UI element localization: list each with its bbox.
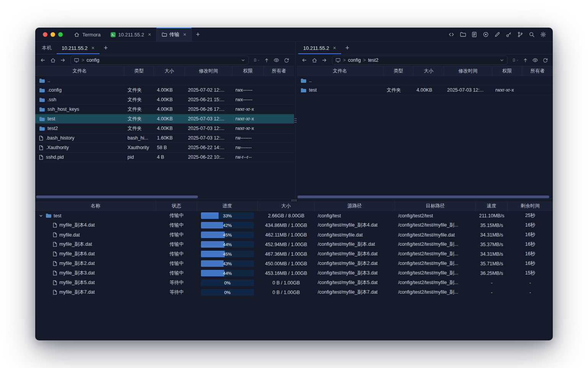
- transfer-row[interactable]: myfile_副本6.dat 传输中 45% 467.36MB / 1.00GB…: [35, 249, 553, 259]
- column-header-perm[interactable]: 权限: [492, 66, 522, 76]
- transfer-row[interactable]: test 传输中 33% 2.66GB / 8.00GB /config/tes…: [35, 211, 553, 220]
- forward-icon[interactable]: [320, 56, 329, 64]
- settings-icon[interactable]: [540, 31, 547, 38]
- tab-local[interactable]: 本机: [37, 42, 57, 54]
- transfer-row[interactable]: myfile_副本5.dat 等待中 0% 0 B / 1.00GB /conf…: [35, 278, 553, 288]
- breadcrumb-segment[interactable]: config: [87, 58, 99, 63]
- close-icon[interactable]: ×: [333, 45, 336, 51]
- column-header-size[interactable]: 大小: [413, 66, 444, 76]
- tab-termora-home[interactable]: Termora: [69, 28, 106, 41]
- column-header-size[interactable]: 大小: [154, 66, 185, 76]
- transfer-splitter[interactable]: [35, 199, 553, 201]
- source-path: /config/test/myfile_副本2.dat: [315, 260, 395, 267]
- column-header-mtime[interactable]: 修改时间: [185, 66, 232, 76]
- back-icon[interactable]: [300, 56, 309, 64]
- chevron-down-icon[interactable]: [38, 214, 43, 218]
- breadcrumb-segment[interactable]: config: [348, 58, 361, 63]
- file-row[interactable]: ssh_host_keys 文件夹 4.00KB 2025-06-26 17:.…: [35, 105, 294, 114]
- path-input[interactable]: > config > test2: [332, 56, 508, 65]
- new-file-tab-button[interactable]: +: [100, 42, 112, 54]
- column-header-owner[interactable]: 所有者: [264, 66, 294, 76]
- toolbar-icons: [448, 28, 553, 41]
- column-header-perm[interactable]: 权限: [232, 66, 264, 76]
- column-header-speed[interactable]: 速度: [476, 201, 508, 210]
- fullscreen-window-button[interactable]: [58, 32, 63, 37]
- scrollbar-thumb[interactable]: [36, 196, 198, 198]
- horizontal-scrollbar[interactable]: [297, 196, 552, 198]
- home-icon[interactable]: [310, 56, 319, 64]
- code-icon[interactable]: [448, 31, 455, 38]
- show-hidden-files-icon[interactable]: [272, 56, 281, 64]
- file-row[interactable]: .config 文件夹 4.00KB 2025-07-02 12:... rwx…: [35, 85, 294, 95]
- size: 0 B / 1.00GB: [258, 280, 315, 286]
- new-tab-button[interactable]: +: [192, 28, 204, 41]
- log-icon[interactable]: [471, 31, 478, 38]
- file-row[interactable]: test 文件夹 4.00KB 2025-07-03 12:... rwxr-x…: [297, 85, 553, 95]
- panel-splitter[interactable]: [294, 42, 297, 199]
- column-header-eta[interactable]: 剩余时间: [508, 201, 553, 210]
- close-icon[interactable]: ×: [183, 32, 186, 37]
- branch-icon[interactable]: [517, 31, 524, 38]
- home-icon[interactable]: [48, 56, 57, 64]
- tab-transfer[interactable]: 传输 ×: [156, 28, 192, 41]
- scrollbar-thumb[interactable]: [297, 196, 549, 198]
- transfer-row[interactable]: myfile_副本.dat 传输中 44% 452.94MB / 1.00GB …: [35, 240, 553, 249]
- chevron-down-icon[interactable]: [241, 58, 245, 62]
- bookmark-icon[interactable]: [511, 56, 520, 64]
- refresh-icon[interactable]: [282, 56, 291, 64]
- file-row[interactable]: .bash_history bash_hi... 1.60KB 2025-07-…: [35, 133, 294, 143]
- column-header-status[interactable]: 状态: [156, 201, 197, 210]
- column-header-size[interactable]: 大小: [258, 201, 315, 210]
- record-icon[interactable]: [482, 31, 489, 38]
- file-row[interactable]: .Xauthority Xauthority 58 B 2025-06-22 1…: [35, 143, 294, 153]
- key-icon[interactable]: [505, 31, 512, 38]
- column-header-mtime[interactable]: 修改时间: [444, 66, 492, 76]
- transfer-row[interactable]: myfile_副本7.dat 等待中 0% 0 B / 1.00GB /conf…: [35, 288, 553, 297]
- eta: -: [508, 280, 553, 286]
- column-header-name[interactable]: 名称: [35, 201, 156, 210]
- file-row-selected[interactable]: test 文件夹 4.00KB 2025-07-03 12:... rwxr-x…: [35, 114, 294, 124]
- close-window-button[interactable]: [43, 32, 47, 37]
- size: 462.11MB / 1.00GB: [258, 232, 315, 238]
- edit-icon[interactable]: [494, 31, 501, 38]
- tab-remote-host[interactable]: 10.211.55.2 ×: [57, 42, 100, 54]
- tab-host-session[interactable]: 10.211.55.2 ×: [106, 28, 156, 41]
- column-header-filename[interactable]: 文件名: [35, 66, 124, 76]
- close-icon[interactable]: ×: [91, 45, 95, 51]
- search-icon[interactable]: [528, 31, 535, 38]
- chevron-down-icon[interactable]: [500, 58, 504, 62]
- left-file-panel: 本机 10.211.55.2 × + > config: [35, 42, 294, 199]
- transfer-row[interactable]: myfile_副本3.dat 传输中 44% 453.16MB / 1.00GB…: [35, 268, 553, 278]
- breadcrumb-segment[interactable]: test2: [368, 58, 378, 63]
- column-header-type[interactable]: 类型: [124, 66, 154, 76]
- file-row[interactable]: ..: [297, 76, 553, 85]
- column-header-type[interactable]: 类型: [384, 66, 413, 76]
- column-header-source[interactable]: 源路径: [315, 201, 395, 210]
- file-table-header: 文件名 类型 大小 修改时间 权限 所有者: [35, 66, 294, 76]
- file-row[interactable]: test2 文件夹 4.00KB 2025-07-03 12:... rwxr-…: [35, 124, 294, 133]
- column-header-filename[interactable]: 文件名: [297, 66, 384, 76]
- file-row[interactable]: sshd.pid pid 4 B 2025-06-22 10:... rw-r-…: [35, 153, 294, 162]
- column-header-target[interactable]: 目标路径: [395, 201, 476, 210]
- file-row[interactable]: .ssh 文件夹 4.00KB 2025-06-21 15:... rwx---…: [35, 95, 294, 105]
- column-header-progress[interactable]: 进度: [197, 201, 258, 210]
- back-icon[interactable]: [38, 56, 47, 64]
- show-hidden-files-icon[interactable]: [531, 56, 540, 64]
- transfer-row[interactable]: myfile_副本4.dat 传输中 42% 434.86MB / 1.00GB…: [35, 220, 553, 230]
- file-row[interactable]: ..: [35, 76, 294, 85]
- path-input[interactable]: > config: [70, 56, 249, 65]
- bookmark-icon[interactable]: [252, 56, 261, 64]
- up-arrow-icon[interactable]: [262, 56, 271, 64]
- transfer-row[interactable]: myfile_副本2.dat 传输中 43% 450.00MB / 1.00GB…: [35, 259, 553, 268]
- minimize-window-button[interactable]: [51, 32, 55, 37]
- folder-icon[interactable]: [459, 31, 466, 38]
- refresh-icon[interactable]: [541, 56, 550, 64]
- transfer-row[interactable]: myfile.dat 传输中 45% 462.11MB / 1.00GB /co…: [35, 230, 553, 240]
- new-file-tab-button[interactable]: +: [341, 42, 354, 54]
- up-arrow-icon[interactable]: [521, 56, 530, 64]
- forward-icon[interactable]: [58, 56, 67, 64]
- horizontal-scrollbar[interactable]: [36, 196, 293, 198]
- close-icon[interactable]: ×: [148, 32, 151, 37]
- tab-remote-host[interactable]: 10.211.55.2 ×: [298, 42, 341, 54]
- column-header-owner[interactable]: 所有者: [522, 66, 553, 76]
